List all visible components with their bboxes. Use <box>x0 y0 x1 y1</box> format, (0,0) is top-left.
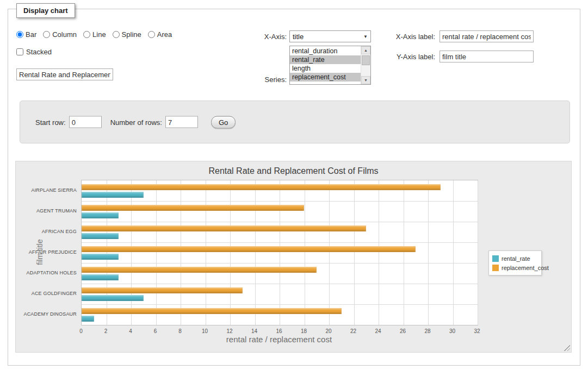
chart-type-option-column[interactable]: Column <box>43 30 77 39</box>
resize-grip-icon[interactable] <box>563 344 570 351</box>
chart-type-option-spline[interactable]: Spline <box>113 30 141 39</box>
scrollbar-track <box>361 54 370 76</box>
gridline-vertical <box>354 180 355 325</box>
plot-area <box>81 180 478 325</box>
legend-item-replacement_cost[interactable]: replacement_cost <box>492 263 538 272</box>
stacked-checkbox[interactable] <box>16 48 23 55</box>
chart-type-option-line[interactable]: Line <box>83 30 106 39</box>
chart-type-label-area: Area <box>157 30 172 39</box>
chart-type-radio-area[interactable] <box>148 31 155 38</box>
x-tick-label: 20 <box>325 328 331 334</box>
series-option-rental_duration[interactable]: rental_duration <box>290 47 361 55</box>
category-label: ACE GOLDFINGER <box>19 291 77 296</box>
x-tick-label: 14 <box>251 328 257 334</box>
gridline-vertical <box>453 180 454 325</box>
gridline-vertical <box>131 180 132 325</box>
chart-type-option-bar[interactable]: Bar <box>16 30 36 39</box>
gridline-vertical <box>404 180 404 325</box>
series-option-length[interactable]: length <box>290 64 361 73</box>
x-tick-label: 16 <box>276 328 282 334</box>
x-axis-title: rental rate / replacement cost <box>81 335 477 344</box>
bar-replacement-cost <box>82 205 304 211</box>
bar-rental-rate <box>82 192 144 198</box>
chart-type-radio-line[interactable] <box>83 31 90 38</box>
x-tick-label: 4 <box>129 328 132 334</box>
x-tick-label: 18 <box>301 328 307 334</box>
chart-type-label-bar: Bar <box>26 30 36 39</box>
series-listbox[interactable]: rental_durationrental_ratelengthreplacem… <box>289 46 371 85</box>
legend-item-rental_rate[interactable]: rental_rate <box>492 254 538 263</box>
gridline-vertical <box>156 180 157 325</box>
gridline-vertical <box>305 180 305 325</box>
gridline-vertical <box>280 180 280 325</box>
category-label: AFFAIR PREJUDICE <box>19 249 77 255</box>
chart-title-input[interactable] <box>16 68 113 80</box>
category-label: ADAPTATION HOLES <box>19 270 77 275</box>
stacked-label: Stacked <box>26 48 52 56</box>
gridline-vertical <box>478 180 478 325</box>
row-range-panel: Start row: Number of rows: Go <box>20 101 570 143</box>
bar-replacement-cost <box>82 308 342 314</box>
row-range-controls: Start row: Number of rows: Go <box>35 116 236 128</box>
gridline-horizontal <box>82 201 478 202</box>
gridline-vertical <box>230 180 231 325</box>
category-label: AGENT TRUMAN <box>19 208 77 214</box>
panel-title: Display chart <box>16 3 75 18</box>
chart-type-option-area[interactable]: Area <box>148 30 172 39</box>
stacked-checkbox-row[interactable]: Stacked <box>16 48 52 56</box>
bar-replacement-cost <box>82 225 366 231</box>
number-of-rows-input[interactable] <box>165 116 198 128</box>
bar-rental-rate <box>82 316 94 322</box>
x-axis-label-field-label: X-Axis label: <box>381 33 435 41</box>
scroll-up-icon[interactable]: ▲ <box>361 46 370 54</box>
bar-replacement-cost <box>82 246 416 252</box>
chart-type-radio-column[interactable] <box>43 31 50 38</box>
gridline-horizontal <box>82 284 478 284</box>
chart-type-radio-spline[interactable] <box>113 31 120 38</box>
gridline-horizontal <box>82 304 478 305</box>
x-tick-label: 12 <box>226 328 232 334</box>
gridline-horizontal <box>82 263 478 264</box>
gridline-vertical <box>107 180 107 325</box>
x-tick-label: 24 <box>375 328 381 334</box>
x-tick-label: 0 <box>79 328 83 334</box>
bar-replacement-cost <box>82 267 317 273</box>
series-listbox-options: rental_durationrental_ratelengthreplacem… <box>290 46 361 84</box>
bar-rental-rate <box>82 233 119 239</box>
legend-swatch-rental_rate <box>492 255 499 262</box>
chart-canvas: Rental Rate and Replacement Cost of Film… <box>15 161 572 353</box>
x-tick-label: 30 <box>449 328 455 334</box>
x-axis-label-input[interactable] <box>440 30 534 42</box>
x-axis-select[interactable]: title ▼ <box>289 30 371 42</box>
scrollbar-thumb[interactable] <box>362 55 370 65</box>
x-tick-label: 8 <box>178 328 182 334</box>
start-row-label: Start row: <box>35 118 66 126</box>
chart-title: Rental Rate and Replacement Cost of Film… <box>16 166 571 176</box>
chart-type-label-column: Column <box>52 30 77 39</box>
x-tick-label: 2 <box>104 328 108 334</box>
gridline-vertical <box>255 180 256 325</box>
chart-type-label-spline: Spline <box>122 30 141 39</box>
y-axis-label-input[interactable] <box>440 51 534 62</box>
bar-replacement-cost <box>82 287 243 293</box>
legend-label-replacement_cost: replacement_cost <box>502 265 549 271</box>
scroll-down-icon[interactable]: ▼ <box>361 76 370 84</box>
gridline-vertical <box>206 180 206 325</box>
x-tick-label: 26 <box>400 328 406 334</box>
gridline-horizontal <box>82 222 478 222</box>
category-label: AFRICAN EGG <box>19 229 77 234</box>
series-option-replacement_cost[interactable]: replacement_cost <box>290 73 361 81</box>
series-select-label: Series: <box>234 76 287 84</box>
y-axis-label-field-label: Y-Axis label: <box>381 53 435 61</box>
series-listbox-scrollbar: ▲ ▼ <box>361 46 370 84</box>
series-option-rental_rate[interactable]: rental_rate <box>290 55 361 64</box>
x-tick-label: 10 <box>202 328 208 334</box>
gridline-horizontal <box>82 242 478 243</box>
chart-type-radios: BarColumnLineSplineArea <box>16 30 172 39</box>
gridline-vertical <box>181 180 181 325</box>
start-row-input[interactable] <box>69 116 102 128</box>
chart-legend: rental_ratereplacement_cost <box>488 250 542 275</box>
chart-type-radio-bar[interactable] <box>16 31 23 38</box>
go-button[interactable]: Go <box>211 116 236 128</box>
x-axis-select-label: X-Axis: <box>234 33 287 41</box>
